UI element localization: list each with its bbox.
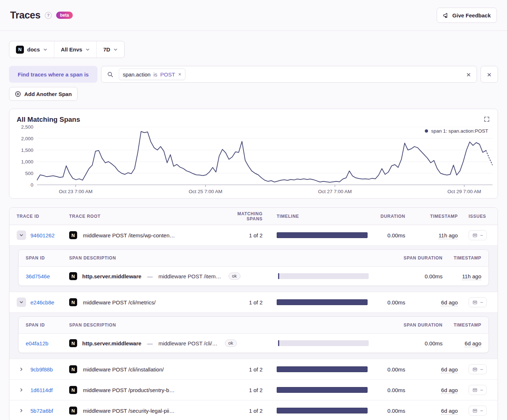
separator: — <box>147 273 152 279</box>
project-filter-label: docs <box>27 46 40 53</box>
issues-count-empty: – <box>480 387 483 393</box>
issues-count-empty: – <box>480 366 483 372</box>
chip-operator: is <box>154 71 158 78</box>
col-span-timestamp: TIMESTAMP <box>443 255 481 261</box>
span-search-bar[interactable]: span.action is POST × × <box>101 66 477 83</box>
chart-plot-svg[interactable] <box>37 127 493 187</box>
timeline-bar[interactable] <box>277 387 368 393</box>
collapse-row-button[interactable] <box>17 298 26 307</box>
chart-plot-area[interactable]: Oct 23 7:00 AM Oct 25 7:00 AM Oct 27 7:0… <box>37 127 493 196</box>
trace-id-link[interactable]: 9cb9f88b <box>30 366 53 373</box>
trace-timestamp[interactable]: 6d ago <box>441 387 458 394</box>
trace-timestamp[interactable]: 6d ago <box>441 366 458 373</box>
trace-duration: 0.00ms <box>376 408 416 414</box>
trace-id-link[interactable]: e246cb8e <box>30 299 54 305</box>
trace-timestamp[interactable]: 11h ago <box>439 232 458 239</box>
trace-root: middleware POST /cli/installation/ <box>83 366 164 373</box>
nextjs-icon: N <box>69 298 77 306</box>
trace-timestamp[interactable]: 6d ago <box>441 408 458 415</box>
plus-circle-icon <box>15 91 21 97</box>
trace-id-link[interactable]: 5b72a6bf <box>30 408 53 414</box>
nextjs-icon: N <box>69 339 77 347</box>
search-clear-icon[interactable]: × <box>466 71 471 78</box>
y-tick-label: 500 <box>25 171 33 176</box>
search-filter-chip[interactable]: span.action is POST × <box>119 68 185 80</box>
expanded-spans-section: SPAN ID SPAN DESCRIPTION SPAN DURATION T… <box>9 313 498 359</box>
span-subtable: SPAN ID SPAN DESCRIPTION SPAN DURATION T… <box>18 316 489 353</box>
span-filter-row: Find traces where a span is span.action … <box>9 66 498 83</box>
page-title: Traces <box>10 10 41 21</box>
give-feedback-button[interactable]: Give Feedback <box>437 8 497 23</box>
issues-box-icon <box>472 367 478 372</box>
issues-box-icon <box>472 387 478 393</box>
span-description: middleware POST /item… <box>158 273 221 279</box>
span-subtable: SPAN ID SPAN DESCRIPTION SPAN DURATION T… <box>18 249 489 286</box>
col-span-duration: SPAN DURATION <box>377 255 443 261</box>
issues-button[interactable]: – <box>469 385 487 395</box>
issues-count-empty: – <box>480 232 483 238</box>
date-range-filter[interactable]: 7D <box>97 41 124 58</box>
chart-x-label: Oct 27 7:00 AM <box>318 189 352 194</box>
span-op: http.server.middleware <box>82 273 141 279</box>
chevron-down-icon <box>113 47 118 52</box>
trace-id-link[interactable]: 94601262 <box>30 232 55 238</box>
trace-duration: 0.00ms <box>376 387 416 393</box>
nextjs-icon: N <box>69 231 77 239</box>
timeline-bar[interactable] <box>277 366 368 372</box>
matching-spans: 1 of 2 <box>231 232 275 238</box>
chip-remove-icon[interactable]: × <box>178 71 181 77</box>
expand-row-button[interactable] <box>17 365 26 374</box>
trace-root: middleware POST /security-legal-pii… <box>83 408 175 414</box>
environment-filter-label: All Envs <box>61 46 82 53</box>
y-tick-label: 1,000 <box>21 159 33 165</box>
trace-duration: 0.00ms <box>376 366 416 373</box>
issues-button[interactable]: – <box>469 297 487 307</box>
col-duration: DURATION <box>376 214 416 219</box>
issues-count-empty: – <box>480 299 483 305</box>
date-range-label: 7D <box>103 46 110 53</box>
span-row: 36d7546e N http.server.middleware — midd… <box>18 267 489 286</box>
project-filter[interactable]: N docs <box>9 41 54 58</box>
feedback-label: Give Feedback <box>452 12 491 18</box>
span-timestamp[interactable]: 6d ago <box>465 340 481 347</box>
nextjs-icon: N <box>69 386 77 394</box>
help-icon[interactable]: ? <box>45 12 52 19</box>
span-id-link[interactable]: 36d7546e <box>26 273 69 279</box>
issues-button[interactable]: – <box>469 230 487 240</box>
matching-spans: 1 of 2 <box>231 408 275 414</box>
trace-id-link[interactable]: 1d6114df <box>30 387 53 393</box>
nextjs-project-icon: N <box>16 46 24 54</box>
collapse-row-button[interactable] <box>17 230 26 240</box>
span-header-row: SPAN ID SPAN DESCRIPTION SPAN DURATION T… <box>18 250 489 267</box>
col-timeline: TIMELINE <box>275 214 376 219</box>
issues-button[interactable]: – <box>469 406 487 416</box>
span-timeline-bar[interactable] <box>278 273 369 279</box>
timeline-bar[interactable] <box>277 299 368 305</box>
timeline-bar[interactable] <box>277 232 368 238</box>
y-tick-label: 1,500 <box>21 147 33 153</box>
trace-row: 5b72a6bf N middleware POST /security-leg… <box>9 400 498 420</box>
nextjs-icon: N <box>69 407 77 415</box>
chip-value: POST <box>160 71 175 78</box>
span-op: http.server.middleware <box>82 340 141 346</box>
span-timestamp[interactable]: 11h ago <box>462 273 481 280</box>
remove-span-filter-button[interactable]: × <box>481 66 498 83</box>
add-another-span-button[interactable]: Add Another Span <box>9 87 77 101</box>
span-timeline-bar[interactable] <box>278 340 369 346</box>
span-duration: 0.00ms <box>377 340 443 346</box>
issues-button[interactable]: – <box>469 364 487 374</box>
trace-row: 1d6114df N middleware POST /product/sent… <box>9 380 498 400</box>
expand-row-button[interactable] <box>17 406 26 415</box>
environment-filter[interactable]: All Envs <box>54 41 96 58</box>
span-id-link[interactable]: e04fa12b <box>26 340 69 346</box>
y-tick-label: 0 <box>30 182 33 188</box>
expand-chart-button[interactable] <box>483 116 490 124</box>
span-header-row: SPAN ID SPAN DESCRIPTION SPAN DURATION T… <box>18 317 489 334</box>
timeline-bar[interactable] <box>277 408 368 413</box>
issues-count-empty: – <box>480 408 483 413</box>
chevron-right-icon <box>19 388 24 392</box>
trace-root: middleware POST /cli/metrics/ <box>83 299 156 305</box>
expand-row-button[interactable] <box>17 385 26 395</box>
trace-timestamp[interactable]: 6d ago <box>441 299 458 306</box>
chart-y-axis: 2,500 2,000 1,500 1,000 500 0 <box>12 127 37 187</box>
